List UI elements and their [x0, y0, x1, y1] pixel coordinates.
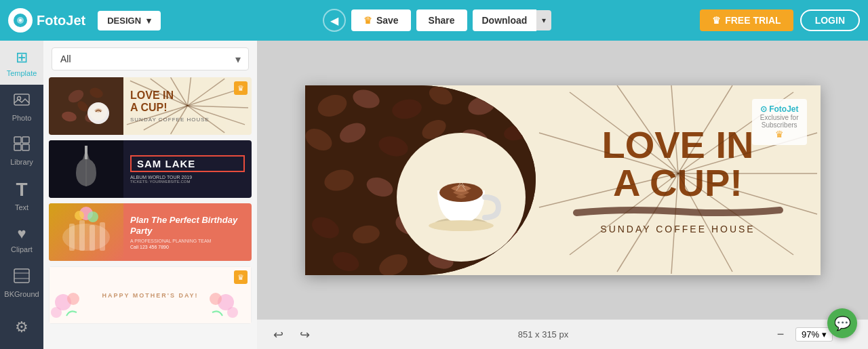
library-icon — [14, 136, 30, 155]
fotojet-logo-icon — [8, 8, 33, 33]
zoom-minus-icon: − — [777, 327, 785, 342]
svg-point-40 — [87, 211, 98, 222]
svg-rect-36 — [90, 225, 95, 251]
svg-point-77 — [429, 220, 494, 231]
login-button[interactable]: LOGIN — [800, 9, 860, 31]
sidebar: ⊞ Template Photo Libr — [0, 41, 43, 349]
sidebar-item-settings[interactable]: ⚙ — [0, 305, 43, 349]
watermark-crown-icon: ♛ — [760, 129, 799, 140]
save-button[interactable]: ♛ Save — [351, 9, 411, 31]
back-button[interactable]: ◀ — [323, 9, 346, 32]
sidebar-photo-label: Photo — [12, 114, 32, 122]
template-card-music[interactable]: SAM LAKE ALBUM WORLD TOUR 2019 TICKETS: … — [49, 140, 252, 198]
mothers-template-preview: HAPPY MOTHER'S DAY! — [49, 266, 252, 324]
birthday-sub-text: A PROFESSIONAL PLANNING TEAM — [130, 239, 245, 243]
music-template-image — [49, 140, 123, 198]
share-button[interactable]: Share — [416, 9, 467, 31]
free-trial-button[interactable]: ♛ FREE TRIAL — [700, 9, 793, 31]
svg-point-45 — [210, 293, 222, 305]
main-area: ⊞ Template Photo Libr — [0, 41, 868, 349]
canvas-container: LOVE IN A CUP! SUNDAY COFFEE HOUSE ⊙ Fot… — [257, 41, 868, 319]
svg-rect-7 — [14, 144, 21, 150]
chat-icon: 💬 — [834, 315, 851, 331]
canvas-headline-line1: LOVE IN — [601, 126, 753, 164]
design-mode-dropdown[interactable]: DESIGN ▾ — [98, 11, 161, 30]
svg-rect-3 — [14, 94, 29, 105]
undo-icon: ↩ — [273, 328, 283, 342]
template-panel: All Business Birthday Music Food & Drink — [43, 41, 257, 349]
svg-rect-35 — [79, 220, 85, 251]
chat-bubble[interactable]: 💬 — [827, 308, 857, 338]
right-buttons: ♛ FREE TRIAL LOGIN — [700, 9, 860, 31]
mothers-premium-badge: ♛ — [234, 270, 248, 284]
svg-point-42 — [67, 293, 79, 305]
nav-center: ◀ ♛ Save Share Download ▾ — [181, 9, 693, 32]
save-label: Save — [376, 15, 399, 26]
template-card-mothers[interactable]: HAPPY MOTHER'S DAY! ♛ — [49, 266, 252, 324]
logo-text: FotoJet — [37, 13, 85, 28]
clipart-icon: ♥ — [17, 225, 26, 243]
svg-line-21 — [171, 77, 188, 106]
save-crown-icon: ♛ — [363, 15, 372, 26]
canvas-wrap: LOVE IN A CUP! SUNDAY COFFEE HOUSE ⊙ Fot… — [305, 85, 821, 275]
svg-line-22 — [188, 77, 191, 106]
zoom-out-button[interactable]: − — [771, 325, 790, 344]
undo-button[interactable]: ↩ — [268, 325, 289, 345]
canvas-headline: LOVE IN A CUP! — [601, 126, 753, 202]
svg-line-29 — [144, 106, 188, 130]
sidebar-item-template[interactable]: ⊞ Template — [0, 41, 43, 85]
sidebar-library-label: Library — [10, 158, 33, 166]
sidebar-item-clipart[interactable]: ♥ Clipart — [0, 217, 43, 261]
sidebar-item-bkground[interactable]: BKGround — [0, 261, 43, 305]
coffee-template-preview: LOVE INA CUP! SUNDAY COFFEE HOUSE — [49, 77, 252, 135]
undo-redo-group: ↩ ↪ — [268, 325, 315, 345]
template-filter-area: All Business Birthday Music Food & Drink — [43, 41, 257, 77]
canvas-headline-line2: A CUP! — [601, 164, 753, 202]
svg-rect-6 — [22, 137, 29, 143]
sidebar-item-text[interactable]: T Text — [0, 173, 43, 217]
music-name: SAM LAKE — [137, 158, 238, 169]
topbar: FotoJet DESIGN ▾ ◀ ♛ Save Share Download… — [0, 0, 868, 41]
download-label: Download — [482, 15, 528, 26]
watermark-subscribers-text: Subscribers — [760, 121, 799, 129]
svg-rect-5 — [14, 137, 21, 143]
download-main-button[interactable]: Download — [473, 9, 537, 31]
music-template-text: SAM LAKE ALBUM WORLD TOUR 2019 TICKETS: … — [123, 140, 252, 198]
template-card-coffee[interactable]: LOVE INA CUP! SUNDAY COFFEE HOUSE ♛ — [49, 77, 252, 135]
photo-icon — [14, 92, 30, 111]
sidebar-item-photo[interactable]: Photo — [0, 85, 43, 129]
filter-select-wrapper: All Business Birthday Music Food & Drink — [52, 47, 249, 70]
template-icon: ⊞ — [16, 49, 28, 66]
canvas-design[interactable]: LOVE IN A CUP! SUNDAY COFFEE HOUSE ⊙ Fot… — [305, 85, 821, 275]
svg-rect-9 — [14, 269, 29, 283]
redo-button[interactable]: ↪ — [294, 325, 315, 345]
watermark-logo: ⊙ FotoJet — [760, 104, 799, 114]
bkground-icon — [14, 268, 30, 287]
svg-line-26 — [188, 106, 245, 125]
zoom-value-display[interactable]: 97% ▾ — [795, 327, 833, 342]
birthday-main-text: Plan The Perfect Birthday Party — [130, 215, 245, 236]
birthday-template-text: Plan The Perfect Birthday Party A PROFES… — [123, 203, 252, 261]
template-filter-select[interactable]: All Business Birthday Music Food & Drink — [52, 47, 249, 70]
svg-point-14 — [61, 110, 77, 123]
coffee-template-image — [49, 77, 123, 135]
svg-line-23 — [188, 79, 225, 106]
text-icon: T — [16, 179, 27, 201]
svg-line-27 — [188, 106, 225, 133]
premium-badge: ♛ — [234, 81, 248, 95]
download-arrow-button[interactable]: ▾ — [536, 10, 551, 30]
svg-rect-37 — [100, 222, 105, 251]
template-card-birthday[interactable]: Plan The Perfect Birthday Party A PROFES… — [49, 203, 252, 261]
music-tour-text: ALBUM WORLD TOUR 2019 — [130, 175, 245, 180]
svg-rect-34 — [69, 224, 75, 251]
svg-line-25 — [188, 106, 249, 108]
sidebar-item-library[interactable]: Library — [0, 129, 43, 173]
birthday-template-preview: Plan The Perfect Birthday Party A PROFES… — [49, 203, 252, 261]
share-label: Share — [429, 15, 455, 26]
download-button-group: Download ▾ — [473, 9, 552, 31]
design-mode-label: DESIGN — [107, 16, 141, 26]
birthday-template-image — [49, 203, 123, 261]
svg-point-46 — [227, 307, 238, 318]
free-trial-crown-icon: ♛ — [712, 15, 721, 26]
canvas-area: LOVE IN A CUP! SUNDAY COFFEE HOUSE ⊙ Fot… — [257, 41, 868, 349]
